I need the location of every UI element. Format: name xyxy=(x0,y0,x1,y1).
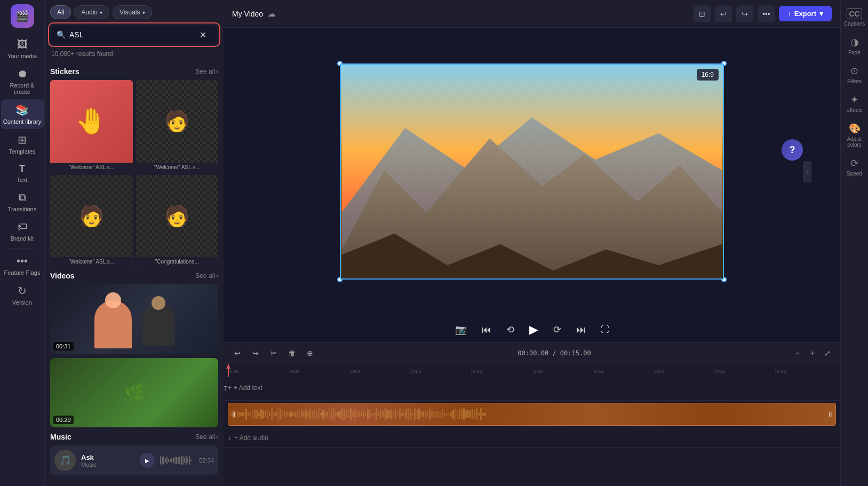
fullscreen-button[interactable]: ⛶ xyxy=(599,323,611,337)
expand-timeline-button[interactable]: ⤢ xyxy=(821,347,834,360)
sidebar-item-content-library[interactable]: 📚 Content library xyxy=(1,99,44,129)
rp-item-effects[interactable]: ✦ Effects xyxy=(842,90,867,117)
sticker-thumb-3: 🧑 xyxy=(50,175,133,258)
filter-all[interactable]: All xyxy=(50,5,71,19)
music-see-all[interactable]: See all › xyxy=(195,433,218,441)
copy-button[interactable]: ⊕ xyxy=(302,346,317,361)
rp-item-adjust-colors[interactable]: 🎨 Adjust colors xyxy=(842,118,867,152)
main-area: My Video ☁ ⊡ ↩ ↪ ••• ↑ Export ▾ xyxy=(224,0,840,486)
collapse-right-panel-button[interactable]: ‹ xyxy=(803,161,811,182)
rp-item-speed[interactable]: ⟳ Speed xyxy=(842,153,867,181)
redo-button[interactable]: ↪ xyxy=(248,346,263,361)
undo-button[interactable]: ↩ xyxy=(230,346,245,361)
rp-item-filters[interactable]: ⊙ Filters xyxy=(842,61,867,89)
timecode: 00:00.00 / 00:15.00 xyxy=(517,349,591,357)
help-button[interactable]: ? xyxy=(782,139,803,161)
sidebar-item-record-create[interactable]: ⏺ Record &create xyxy=(1,63,44,99)
sticker-item[interactable]: 🤚 "Welcome" ASL s... xyxy=(50,80,133,172)
delete-button[interactable]: 🗑 xyxy=(284,346,299,361)
clip-right-handle[interactable]: ⏸ xyxy=(827,411,833,418)
sidebar-item-templates[interactable]: ⊞ Templates xyxy=(1,129,44,159)
music-play-button[interactable]: ▶ xyxy=(140,453,155,468)
sidebar-item-label: Transitions xyxy=(8,206,36,212)
videos-see-all[interactable]: See all › xyxy=(195,272,218,280)
sticker-thumb-2: 🧑 xyxy=(136,80,219,163)
video-thumbnail-2: 🌿 xyxy=(50,358,218,427)
video-track-row: ⏸ ⏸ xyxy=(224,401,840,428)
rp-item-captions[interactable]: CC Captions xyxy=(842,4,867,31)
export-button[interactable]: ↑ Export ▾ xyxy=(779,6,832,21)
transitions-icon: ⧉ xyxy=(19,192,26,204)
undo-tool-button[interactable]: ↩ xyxy=(715,5,732,22)
rp-item-label: Speed xyxy=(847,171,862,177)
add-audio-button[interactable]: ♪ + Add audio xyxy=(224,434,273,442)
sidebar-item-brand[interactable]: 🏷 Brand kit xyxy=(1,217,44,246)
sticker-item[interactable]: 🧑 "Welcome" ASL s... xyxy=(136,80,219,172)
hand-icon: 🤚 xyxy=(75,106,107,136)
app-logo: 🎬 xyxy=(11,4,34,28)
search-panel: All Audio ▾ Visuals ▾ 🔍 ASL ✕ 10,000+ re… xyxy=(45,0,224,486)
plus-icon: + xyxy=(228,384,232,392)
music-item-subtitle: Music xyxy=(81,461,134,468)
add-text-button[interactable]: + + Add text xyxy=(228,379,840,396)
skip-back-button[interactable]: ⏮ xyxy=(480,322,493,338)
sidebar-item-version[interactable]: ↻ Version xyxy=(1,280,44,310)
search-box-container: 🔍 ASL ✕ xyxy=(51,26,217,44)
redo-tool-button[interactable]: ↪ xyxy=(736,5,753,22)
skip-forward-button[interactable]: ⏭ xyxy=(574,322,588,338)
filter-audio[interactable]: Audio ▾ xyxy=(74,5,109,19)
video-clip[interactable]: ⏸ ⏸ xyxy=(228,403,836,426)
music-note-icon: 🎵 xyxy=(54,450,76,471)
rp-item-label: Adjust colors xyxy=(843,136,866,148)
music-item-1[interactable]: 🎵 Ask Music ▶ 02:34 xyxy=(50,445,218,475)
timeline-toolbar: ↩ ↪ ✂ 🗑 ⊕ 00:00.00 / 00:15.00 － ＋ ⤢ xyxy=(224,342,840,364)
video-thumbnail-1 xyxy=(50,284,218,354)
search-input[interactable]: ASL xyxy=(51,26,217,44)
camera-button[interactable]: 📷 xyxy=(453,322,469,338)
play-button[interactable]: ▶ xyxy=(527,321,540,339)
person-icon: 🧑 xyxy=(164,109,189,133)
rp-item-fade[interactable]: ◑ Fade xyxy=(842,32,867,60)
video-item-1[interactable]: 00:31 xyxy=(50,284,218,354)
audio-track-row: ♪ + Add audio xyxy=(224,428,840,448)
video-item-2[interactable]: 🌿 00:29 xyxy=(50,358,218,427)
sticker-item[interactable]: 🧑 "Welcome" ASL s... xyxy=(50,175,133,267)
sticker-label-2: "Welcome" ASL s... xyxy=(136,163,219,172)
playback-bar: 📷 ⏮ ⟲ ▶ ⟳ ⏭ ⛶ xyxy=(224,315,840,342)
music-item-title: Ask xyxy=(81,453,134,461)
sidebar-item-transitions[interactable]: ⧉ Transitions xyxy=(1,187,44,217)
sidebar-item-your-media[interactable]: 🖼 Your media xyxy=(1,34,44,63)
search-clear-button[interactable]: ✕ xyxy=(200,30,206,40)
more-tool-button[interactable]: ••• xyxy=(758,5,775,22)
adjust-colors-icon: 🎨 xyxy=(849,123,861,134)
sticker-item[interactable]: 🧑 "Congratulations... xyxy=(136,175,219,267)
stickers-grid: 🤚 "Welcome" ASL s... 🧑 "Welcome" ASL s..… xyxy=(50,80,218,266)
zoom-out-button[interactable]: － xyxy=(791,347,804,360)
sidebar-item-more[interactable]: ••• Feature Flags xyxy=(1,251,44,280)
filters-icon: ⊙ xyxy=(850,65,858,77)
stickers-section-header: Stickers See all › xyxy=(50,67,218,76)
text-track-row: T + + Add text xyxy=(224,377,840,401)
forward-button[interactable]: ⟳ xyxy=(551,322,563,338)
music-duration: 02:34 xyxy=(199,457,214,464)
chevron-right-icon: › xyxy=(216,433,218,441)
cut-button[interactable]: ✂ xyxy=(266,346,281,361)
text-icon: T xyxy=(19,163,25,174)
video-frame: 16:9 xyxy=(340,63,724,280)
person-icon: 🧑 xyxy=(164,204,189,228)
version-icon: ↻ xyxy=(18,284,27,297)
playhead-head xyxy=(226,364,230,369)
rewind-button[interactable]: ⟲ xyxy=(504,322,516,338)
video-preview: 16:9 xyxy=(340,63,724,280)
crop-tool-button[interactable]: ⊡ xyxy=(694,5,711,22)
zoom-in-button[interactable]: ＋ xyxy=(806,347,819,360)
timeline-tools: ↩ ↪ ✂ 🗑 ⊕ xyxy=(230,346,317,361)
sidebar-item-text[interactable]: T Text xyxy=(1,159,44,187)
top-bar: My Video ☁ ⊡ ↩ ↪ ••• ↑ Export ▾ xyxy=(224,0,840,28)
stickers-see-all[interactable]: See all › xyxy=(195,68,218,75)
text-track-label: T xyxy=(224,385,228,393)
filter-visuals[interactable]: Visuals ▾ xyxy=(113,5,152,19)
timeline-ruler: 0:000:020:040:060:080:100:120:140:160:18 xyxy=(224,364,840,377)
search-icon: 🔍 xyxy=(57,30,66,39)
sticker-label-4: "Congratulations... xyxy=(136,257,219,266)
